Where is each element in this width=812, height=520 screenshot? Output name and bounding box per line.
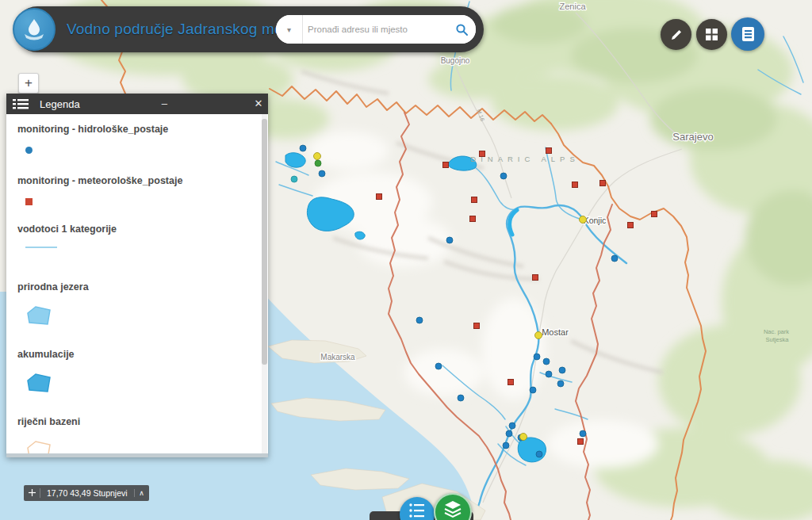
hydro-station-marker[interactable] (530, 387, 536, 393)
green-station-marker[interactable] (315, 160, 321, 166)
draw-measure-button[interactable] (661, 19, 691, 50)
meteo-station-marker[interactable] (472, 197, 477, 203)
map-label: Mostar (542, 327, 569, 337)
legend-panel: Legenda – ✕ monitoring - hidrološke_post… (6, 94, 268, 457)
legend-scrollbar-track (262, 114, 267, 453)
legend-minimize-button[interactable]: – (155, 94, 174, 114)
hydro-station-marker[interactable] (534, 354, 540, 360)
app-logo (13, 8, 56, 51)
hydro-station-marker[interactable] (416, 317, 423, 323)
meteo-station-marker[interactable] (578, 439, 584, 445)
legend-swatch-point (25, 147, 33, 154)
legend-hscrollbar[interactable] (6, 453, 268, 457)
meteo-station-marker[interactable] (652, 212, 657, 217)
legend-list-icon (741, 26, 756, 42)
hydro-station-marker[interactable] (319, 170, 325, 177)
teal-station-marker[interactable] (291, 176, 297, 182)
hydro-station-marker[interactable] (500, 173, 507, 179)
map-label: Sutjeska (766, 336, 790, 343)
meteo-station-marker[interactable] (508, 380, 514, 385)
map-label: Zenica (559, 2, 586, 11)
coordinates-crosshair-icon[interactable] (24, 488, 40, 498)
hydro-station-marker[interactable] (506, 430, 512, 437)
search-box: ▾ (276, 15, 476, 44)
header-bar: Vodno područje Jadranskog mora ▾ (14, 6, 484, 52)
meteo-station-marker[interactable] (573, 182, 578, 188)
town-marker[interactable] (314, 153, 321, 160)
meteo-station-marker[interactable] (474, 323, 480, 329)
legend-item: monitoring - hidrološke_postaje (17, 124, 257, 154)
coordinates-expand-caret[interactable]: ∧ (134, 489, 149, 497)
legend-header[interactable]: Legenda – ✕ (6, 94, 268, 114)
legend-item-label: riječni bazeni (17, 416, 257, 427)
hydro-station-marker[interactable] (543, 358, 550, 365)
legend-swatch-polygon (25, 372, 257, 397)
legend-item: prirodna jezera (17, 281, 257, 330)
legend-item-label: vodotoci 1 kategorije (17, 224, 257, 235)
map-label: Konjic (584, 216, 607, 225)
town-marker[interactable] (520, 434, 527, 441)
hydro-station-marker[interactable] (536, 451, 542, 457)
meteo-station-marker[interactable] (443, 162, 449, 168)
coordinates-value: 17,70 43,49 Stupnjevi (40, 488, 134, 498)
hydro-station-marker[interactable] (580, 430, 586, 437)
town-marker[interactable] (535, 332, 542, 339)
legend-swatch-line (25, 247, 57, 248)
meteo-station-marker[interactable] (533, 275, 538, 281)
map-label: DINARIC ALPS (470, 155, 579, 163)
legend-item: akumulacije (17, 349, 257, 397)
legend-item-label: prirodna jezera (17, 281, 257, 292)
hydro-station-marker[interactable] (300, 145, 306, 151)
search-icon (455, 23, 469, 36)
legend-scrollbar-thumb[interactable] (262, 119, 267, 365)
meteo-station-marker[interactable] (377, 194, 382, 200)
legend-item: riječni bazeni (17, 416, 257, 453)
legend-item-list: monitoring - hidrološke_postajemonitorin… (17, 124, 257, 453)
legend-title: Legenda (40, 98, 80, 110)
app-window: ZenicaBugojnoSarajevoKonjicMostarMakarsk… (0, 0, 812, 520)
meteo-station-marker[interactable] (470, 216, 476, 222)
meteo-station-marker[interactable] (546, 148, 552, 154)
map-label: Nac. park (764, 328, 789, 335)
town-marker[interactable] (580, 216, 587, 224)
map-label: Makarska (320, 353, 355, 361)
meteo-station-marker[interactable] (628, 223, 634, 228)
app-title: Vodno područje Jadranskog mora (67, 21, 297, 38)
basemap-gallery-button[interactable] (696, 19, 727, 50)
legend-swatch-polygon (25, 439, 257, 453)
legend-item: vodotoci 1 kategorije (17, 224, 257, 248)
legend-toggle-button[interactable] (731, 17, 764, 51)
hydro-station-marker[interactable] (557, 380, 564, 387)
list-icon (408, 502, 426, 519)
legend-item: monitoring - meteorološke_postaje (17, 175, 257, 205)
coordinates-widget: 17,70 43,49 Stupnjevi ∧ (24, 485, 149, 501)
search-source-dropdown[interactable]: ▾ (276, 15, 303, 44)
meteo-station-marker[interactable] (600, 181, 606, 186)
hydro-station-marker[interactable] (458, 395, 464, 401)
legend-swatch-polygon (25, 304, 257, 330)
hydro-station-marker[interactable] (559, 367, 565, 373)
meteo-station-marker[interactable] (480, 151, 485, 157)
map-label: Bugojno (441, 56, 470, 65)
basemap-grid-icon (705, 28, 718, 41)
legend-panel-icon (13, 98, 29, 110)
legend-item-label: akumulacije (17, 349, 257, 360)
search-button[interactable] (447, 15, 476, 44)
search-input[interactable] (303, 25, 447, 34)
legend-body: monitoring - hidrološke_postajemonitorin… (6, 114, 268, 453)
legend-close-button[interactable]: ✕ (249, 94, 268, 114)
hydro-station-marker[interactable] (435, 363, 442, 369)
hydro-station-marker[interactable] (546, 371, 552, 377)
hydro-station-marker[interactable] (503, 442, 509, 449)
water-drop-icon (21, 17, 47, 42)
hydro-station-marker[interactable] (446, 237, 453, 243)
layers-icon (443, 500, 462, 520)
map-label: Sarajevo (672, 131, 713, 143)
legend-item-label: monitoring - hidrološke_postaje (17, 124, 257, 135)
hydro-station-marker[interactable] (509, 422, 515, 429)
zoom-in-button[interactable]: + (18, 73, 39, 94)
hydro-station-marker[interactable] (611, 255, 618, 262)
legend-swatch-square (25, 198, 33, 205)
pencil-icon (669, 28, 684, 42)
legend-item-label: monitoring - meteorološke_postaje (17, 175, 257, 186)
